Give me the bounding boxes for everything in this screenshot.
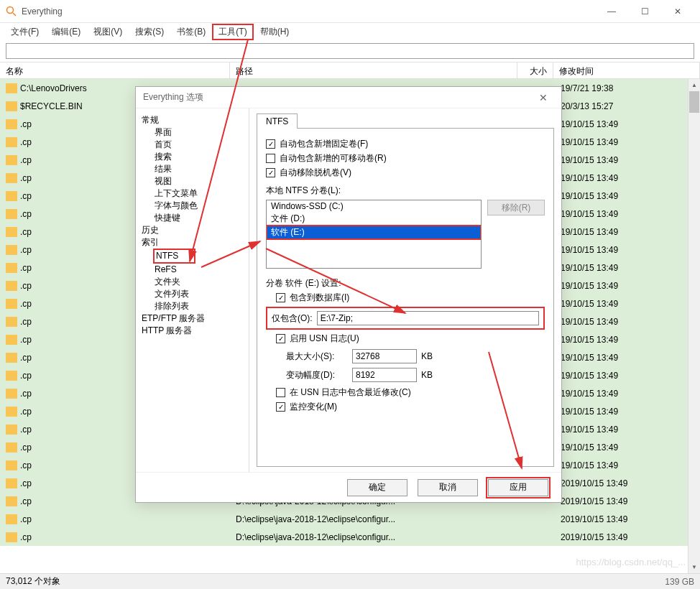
file-name: .cp: [20, 245, 32, 255]
chk-auto-removable[interactable]: [266, 154, 275, 163]
chk-include-db[interactable]: ✓: [276, 293, 285, 302]
max-size-input[interactable]: [352, 349, 417, 363]
tree-http[interactable]: HTTP 服务器: [142, 325, 247, 337]
table-row[interactable]: .cpD:\eclipse\java-2018-12\eclipse\confi…: [0, 510, 700, 528]
col-path[interactable]: 路径: [230, 62, 517, 78]
maximize-button[interactable]: ☐: [628, 0, 661, 23]
chk-usn[interactable]: ✓: [276, 334, 285, 343]
remove-button[interactable]: 移除(R): [487, 200, 545, 215]
tree-view[interactable]: 视图: [142, 175, 247, 187]
file-name: .cp: [20, 281, 32, 291]
chk-monitor[interactable]: ✓: [276, 402, 285, 412]
col-name[interactable]: 名称: [0, 62, 230, 78]
scroll-up-icon[interactable]: ▲: [689, 79, 700, 91]
file-date: 2019/10/15 13:49: [553, 532, 700, 542]
file-date: 19/10/15 13:49: [553, 281, 700, 291]
vertical-scrollbar[interactable]: ▲ ▼: [688, 79, 700, 573]
volume-item-c[interactable]: Windows-SSD (C:): [267, 200, 481, 212]
file-name: .cp: [20, 299, 32, 309]
close-button[interactable]: ✕: [661, 0, 694, 23]
file-date: 19/10/15 13:49: [553, 425, 700, 435]
file-date: 2019/10/15 13:49: [553, 478, 700, 488]
tree-history[interactable]: 历史: [142, 224, 247, 236]
menu-search[interactable]: 搜索(S): [129, 24, 170, 40]
folder-icon: [6, 317, 17, 327]
file-date: 19/10/15 13:49: [553, 460, 700, 470]
scroll-thumb[interactable]: [689, 91, 699, 113]
tree-general[interactable]: 常规: [142, 114, 247, 126]
folder-icon: [6, 335, 17, 345]
tab-ntfs[interactable]: NTFS: [257, 113, 298, 129]
folder-icon: [6, 389, 17, 399]
file-date: 19/10/15 13:49: [553, 299, 700, 309]
volume-settings-label: 分卷 软件 (E:) 设置:: [266, 277, 545, 289]
menu-tools[interactable]: 工具(T): [212, 24, 253, 40]
kb-label-2: KB: [421, 370, 433, 380]
folder-icon: [6, 137, 17, 147]
tree-ui[interactable]: 界面: [142, 126, 247, 139]
tree-folder[interactable]: 文件夹: [142, 276, 247, 288]
file-date: 19/10/15 13:49: [553, 137, 700, 147]
tree-filelist[interactable]: 文件列表: [142, 288, 247, 300]
menu-file[interactable]: 文件(F): [4, 24, 45, 40]
file-name: .cp: [20, 173, 32, 183]
apply-button[interactable]: 应用: [488, 479, 548, 496]
file-date: 19/10/15 13:49: [553, 263, 700, 273]
file-date: 19/10/15 13:49: [553, 371, 700, 381]
dialog-main: NTFS ✓自动包含新增固定卷(F) 自动包含新增的可移动卷(R) ✓自动移除脱…: [249, 108, 561, 472]
folder-icon: [6, 281, 17, 291]
file-name: .cp: [20, 227, 32, 237]
tree-etp[interactable]: ETP/FTP 服务器: [142, 312, 247, 325]
menu-help[interactable]: 帮助(H): [254, 24, 296, 40]
minimize-button[interactable]: —: [595, 0, 628, 23]
tree-fonts[interactable]: 字体与颜色: [142, 200, 247, 212]
tree-context[interactable]: 上下文菜单: [142, 187, 247, 200]
table-row[interactable]: .cpD:\eclipse\java-2018-12\eclipse\confi…: [0, 528, 700, 546]
tree-refs[interactable]: ReFS: [142, 264, 247, 276]
kb-label-1: KB: [421, 351, 433, 361]
tree-home[interactable]: 首页: [142, 139, 247, 151]
cancel-button[interactable]: 取消: [418, 479, 478, 496]
menu-view[interactable]: 视图(V): [87, 24, 129, 40]
file-name: .cp: [20, 514, 32, 524]
tree-ntfs[interactable]: NTFS: [153, 249, 195, 264]
ok-button[interactable]: 确定: [347, 479, 407, 496]
only-include-input[interactable]: [317, 311, 539, 325]
col-date[interactable]: 修改时间: [553, 62, 700, 78]
chk-auto-fixed[interactable]: ✓: [266, 139, 275, 149]
tree-search[interactable]: 搜索: [142, 151, 247, 163]
file-name: .cp: [20, 478, 32, 488]
tree-results[interactable]: 结果: [142, 163, 247, 175]
file-name: .cp: [20, 155, 32, 165]
volumes-listbox[interactable]: Windows-SSD (C:) 文件 (D:) 软件 (E:): [266, 200, 482, 269]
file-name: .cp: [20, 119, 32, 129]
folder-icon: [6, 119, 17, 129]
search-input[interactable]: [6, 43, 694, 59]
file-name: .cp: [20, 371, 32, 381]
tree-exclude[interactable]: 排除列表: [142, 300, 247, 312]
col-size[interactable]: 大小: [517, 62, 553, 78]
local-volumes-label: 本地 NTFS 分卷(L):: [266, 185, 545, 197]
tree-shortcut[interactable]: 快捷键: [142, 212, 247, 224]
file-date: 19/10/15 13:49: [553, 389, 700, 399]
only-include-row: 仅包含(O):: [266, 307, 545, 330]
chk-auto-offline[interactable]: ✓: [266, 168, 275, 177]
lbl-monitor: 监控变化(M): [290, 401, 337, 413]
dialog-close-button[interactable]: ✕: [533, 92, 554, 103]
file-name: .cp: [20, 137, 32, 147]
volume-item-d[interactable]: 文件 (D:): [267, 212, 481, 226]
max-size-label: 最大大小(S):: [286, 351, 348, 363]
menu-bookmark[interactable]: 书签(B): [170, 24, 212, 40]
volume-item-e[interactable]: 软件 (E:): [267, 226, 481, 239]
file-name: .cp: [20, 496, 32, 506]
tree-index[interactable]: 索引: [142, 236, 247, 249]
file-name: C:\LenovoDrivers: [20, 83, 87, 93]
folder-icon: [6, 155, 17, 165]
folder-icon: [6, 478, 17, 488]
menu-edit[interactable]: 编辑(E): [45, 24, 87, 40]
scroll-down-icon[interactable]: ▼: [689, 561, 700, 573]
delta-input[interactable]: [352, 368, 417, 382]
file-date: 19/10/15 13:49: [553, 353, 700, 363]
chk-usn-recent[interactable]: [276, 388, 285, 397]
file-date: 19/10/15 13:49: [553, 227, 700, 237]
